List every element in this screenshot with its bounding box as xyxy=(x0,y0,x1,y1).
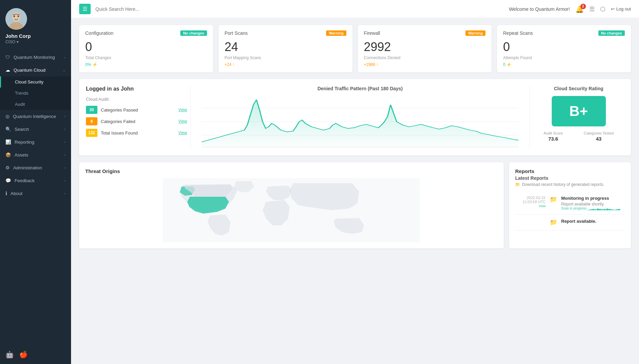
categories-failed-label: Categories Failed xyxy=(101,119,175,124)
avatar xyxy=(5,8,27,30)
svg-point-4 xyxy=(18,16,19,17)
report-info-1: Monitoring in progress Report available … xyxy=(561,196,620,210)
cloud-icon: ☁ xyxy=(5,67,10,73)
sidebar-item-cloud-security[interactable]: Cloud Security xyxy=(0,76,71,88)
audit-row-passed: 35 Categories Passed View xyxy=(86,106,187,114)
repeat-title: Repeat Scans xyxy=(503,30,533,36)
categories-passed-label: Categories Passed xyxy=(101,107,175,113)
sidebar-item-reporting[interactable]: 📊Reporting › xyxy=(0,136,71,148)
android-icon[interactable]: 🤖 xyxy=(5,350,14,359)
audit-row-failed: 8 Categories Failed View xyxy=(86,117,187,125)
categories-tested-label: Categories Tested xyxy=(584,131,614,135)
firewall-badge: Warning xyxy=(465,30,486,36)
settings-icon-button[interactable]: ⬡ xyxy=(600,5,606,13)
sidebar-item-quantum-monitoring[interactable]: 🛡Quantum Monitoring › xyxy=(0,51,71,64)
assets-icon: 📦 xyxy=(5,152,11,157)
sidebar-item-feedback[interactable]: 💬Feedback › xyxy=(0,174,71,187)
sidebar: John Corp CISO 🛡Quantum Monitoring › ☁Qu… xyxy=(0,0,71,364)
firewall-label: Connections Denied xyxy=(364,55,486,60)
report-heading-2: Report available. xyxy=(561,219,596,224)
total-issues-view[interactable]: View xyxy=(178,130,187,135)
about-icon: ℹ xyxy=(5,191,7,196)
notification-badge: 2 xyxy=(580,4,586,9)
apple-icon[interactable]: 🍎 xyxy=(19,350,28,359)
quantum-cloud-subnav: Cloud Security Trends Audit xyxy=(0,76,71,110)
reporting-icon: 📊 xyxy=(5,139,11,145)
chevron-icon: › xyxy=(64,140,66,144)
chevron-icon: › xyxy=(64,127,66,131)
security-rating-panel: Cloud Security Rating B+ Audit Score 73.… xyxy=(529,86,624,149)
port-title: Port Scans xyxy=(225,30,248,36)
categories-failed-view[interactable]: View xyxy=(178,119,187,124)
bottom-section: Threat Origins xyxy=(79,162,631,248)
chart-title: Denied Traffic Pattern (Past 180 Days) xyxy=(202,86,519,91)
logged-in-heading: Logged in as John xyxy=(86,86,187,92)
username: John Corp xyxy=(5,33,31,39)
search-input[interactable] xyxy=(95,6,504,12)
chevron-icon: › xyxy=(64,191,66,195)
chevron-icon: › xyxy=(64,114,66,118)
sidebar-item-quantum-intelligence[interactable]: ◎Quantum Intelligence › xyxy=(0,110,71,123)
chart-panel: Denied Traffic Pattern (Past 180 Days) xyxy=(196,86,524,149)
categories-tested-value: 43 xyxy=(584,136,614,142)
total-issues-label: Total Issues Found xyxy=(101,130,175,136)
stat-card-port-scans: Port Scans Warning 24 Port Mapping Scans… xyxy=(219,25,352,72)
audit-row-issues: 132 Total Issues Found View xyxy=(86,129,187,137)
categories-passed-view[interactable]: View xyxy=(178,107,187,112)
audit-score-label: Audit Score xyxy=(544,131,563,135)
traffic-chart xyxy=(202,95,519,149)
feedback-icon: 💬 xyxy=(5,178,11,183)
sidebar-item-trends[interactable]: Trends xyxy=(0,88,71,99)
reports-download-text: 📁 Download recent history of generated r… xyxy=(515,182,625,187)
chevron-icon: › xyxy=(64,166,66,170)
audit-score-value: 73.6 xyxy=(544,136,563,142)
rating-stats: Audit Score 73.6 Categories Tested 43 xyxy=(533,131,624,142)
logout-icon: ↩ xyxy=(611,6,615,11)
config-value: 0 xyxy=(85,40,207,54)
profile-section: John Corp CISO xyxy=(0,0,71,50)
logged-in-panel: Logged in as John Cloud Audit: 35 Catego… xyxy=(86,86,191,149)
hamburger-button[interactable]: ☰ xyxy=(79,4,91,14)
threat-panel: Threat Origins xyxy=(79,162,504,248)
categories-tested-block: Categories Tested 43 xyxy=(584,131,614,142)
logout-button[interactable]: ↩ Log out xyxy=(611,6,631,11)
notification-button[interactable]: 🔔 2 xyxy=(575,5,584,13)
port-label: Port Mapping Scans xyxy=(225,55,346,60)
shield-icon: 🛡 xyxy=(5,55,10,60)
menu-icon-button[interactable]: ☰ xyxy=(589,5,595,13)
report-item-2: 📁 Report available. xyxy=(515,215,625,230)
nav-section: 🛡Quantum Monitoring › ☁Quantum Cloud ⌄ C… xyxy=(0,50,71,201)
firewall-change: +2988 ↑ xyxy=(364,62,486,67)
total-issues-badge: 132 xyxy=(86,129,97,137)
sidebar-item-about[interactable]: ℹAbout › xyxy=(0,187,71,200)
admin-icon: ⚙ xyxy=(5,165,10,170)
config-badge: No changes xyxy=(180,30,207,36)
audit-label: Cloud Audit: xyxy=(86,97,187,102)
audit-score-block: Audit Score 73.6 xyxy=(544,131,563,142)
config-title: Configuration xyxy=(85,30,113,36)
report-info-2: Report available. xyxy=(561,219,596,225)
sidebar-item-audit[interactable]: Audit xyxy=(0,99,71,110)
welcome-text: Welcome to Quantum Armor! xyxy=(509,6,570,12)
sidebar-item-administration[interactable]: ⚙Administration › xyxy=(0,161,71,174)
repeat-badge: No changes xyxy=(598,30,625,36)
report-item-1: 2022-02-22 11:03:58 UTC now 📁 Monitoring… xyxy=(515,192,625,215)
sidebar-item-quantum-cloud[interactable]: ☁Quantum Cloud ⌄ xyxy=(0,64,71,76)
report-meta-1: 2022-02-22 11:03:58 UTC now xyxy=(515,196,546,208)
report-desc-1: Report available shortly. xyxy=(561,202,620,207)
svg-point-3 xyxy=(14,16,15,17)
chevron-icon: › xyxy=(64,153,66,157)
main-wrapper: ☰ Welcome to Quantum Armor! 🔔 2 ☰ ⬡ ↩ Lo… xyxy=(71,0,639,364)
sidebar-item-assets[interactable]: 📦Assets › xyxy=(0,148,71,161)
sidebar-item-search[interactable]: 🔍Search › xyxy=(0,123,71,136)
port-value: 24 xyxy=(225,40,346,54)
user-role[interactable]: CISO xyxy=(5,40,19,44)
repeat-label: Attempts Found xyxy=(503,55,625,60)
search-nav-icon: 🔍 xyxy=(5,126,11,132)
topbar: ☰ Welcome to Quantum Armor! 🔔 2 ☰ ⬡ ↩ Lo… xyxy=(71,0,639,18)
sidebar-bottom: 🤖 🍎 xyxy=(0,345,71,364)
repeat-value: 0 xyxy=(503,40,625,54)
reports-panel: Reports Latest Reports 📁 Download recent… xyxy=(509,162,631,248)
port-badge: Warning xyxy=(326,30,346,36)
security-rating-title: Cloud Security Rating xyxy=(533,86,624,91)
